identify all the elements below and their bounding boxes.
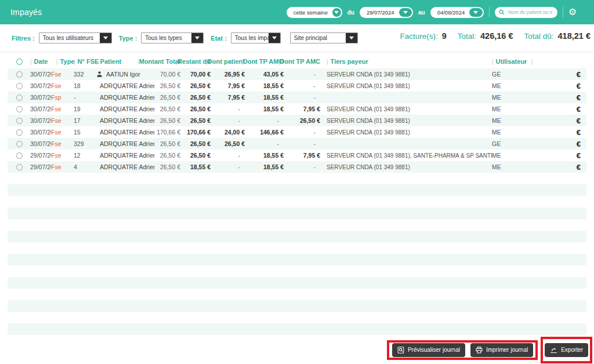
cell-dont-tp-amc: - (284, 140, 320, 147)
row-select-radio[interactable] (16, 164, 23, 170)
header-pipe: | (30, 59, 32, 65)
select-all-radio[interactable] (16, 59, 23, 65)
fse-number: 19 (74, 105, 81, 112)
fse-number: 15 (74, 129, 81, 136)
euro-action-icon[interactable]: € (577, 82, 586, 90)
search-input[interactable] (507, 9, 553, 16)
type-filter-value: Tous les types (142, 35, 195, 41)
euro-action-icon[interactable]: € (577, 105, 586, 114)
amount-value: 170,66 € (187, 129, 211, 136)
table-row[interactable]: 30/07/2024Fse332AATIUN Igor70,00 €70,00 … (8, 68, 586, 80)
patient-name: ADRQUATRE Adrien (100, 129, 154, 136)
col-header-tiers-payeur[interactable]: |Tiers payeur (320, 58, 492, 65)
invoice-type: Fse (51, 105, 61, 112)
factures-count: 9 (442, 31, 447, 41)
table-row[interactable]: 30/07/2024Fsp-ADRQUATRE Adrien26,50 €26,… (8, 92, 586, 103)
date-to-select[interactable]: 04/08/2024 (430, 7, 484, 18)
invoice-type: Fsp (51, 94, 61, 101)
row-select-radio[interactable] (16, 129, 23, 136)
users-filter-select[interactable]: Tous les utilisateurs (39, 32, 112, 43)
table-row[interactable]: 29/07/2024Fse4ADRQUATRE Adrien26,50 €18,… (8, 161, 586, 173)
site-filter-select[interactable]: Site principal (290, 32, 358, 43)
euro-action-icon[interactable]: € (577, 117, 586, 125)
euro-action-icon[interactable]: € (577, 70, 586, 79)
euro-action-icon[interactable]: € (577, 151, 586, 160)
date-from-select[interactable]: 29/07/2024 (360, 7, 413, 18)
col-header-date[interactable]: |Date (28, 58, 51, 65)
cell-utilisateur: ME (492, 117, 539, 124)
empty-table-row (8, 289, 586, 300)
cell-date: 29/07/2024 (28, 163, 51, 170)
cell-utilisateur: ME (492, 105, 539, 112)
table-row[interactable]: 30/07/2024Fse17ADRQUATRE Adrien26,50 €26… (8, 115, 586, 126)
empty-value: - (277, 140, 284, 147)
euro-action-icon[interactable]: € (577, 128, 586, 137)
invoice-type: Fse (51, 129, 61, 136)
table-row[interactable]: 30/07/2024Fse18ADRQUATRE Adrien26,50 €26… (8, 80, 586, 92)
col-header-dont-patient[interactable]: |Dont patient (211, 58, 245, 65)
cell-montant-total: 26,50 € (154, 117, 180, 124)
empty-value: - (314, 140, 321, 147)
cell-type: Fse (51, 71, 71, 78)
cell-actions: € (539, 70, 586, 79)
header-pipe: | (531, 59, 533, 65)
chevron-down-icon[interactable] (469, 8, 482, 17)
row-select-cell (8, 152, 28, 159)
cell-date: 30/07/2024 (28, 94, 51, 101)
row-select-radio[interactable] (16, 118, 23, 124)
chevron-down-icon[interactable] (100, 33, 111, 43)
col-header-label: Utilisateur (496, 58, 527, 65)
cell-patient: ADRQUATRE Adrien (94, 105, 154, 112)
col-header-fse[interactable]: |N° FSE (71, 58, 94, 65)
col-header-dont-tp-amc[interactable]: |Dont TP AMC (284, 58, 320, 65)
table-row[interactable]: 30/07/2024Fse329ADRQUATRE Adrien26,50 €2… (8, 138, 586, 150)
table-row[interactable]: 29/07/2024Fse12ADRQUATRE Adrien26,50 €26… (8, 150, 586, 161)
euro-action-icon[interactable]: € (577, 93, 586, 102)
etat-filter-select[interactable]: Tous les impayés (231, 32, 281, 43)
row-select-cell (8, 118, 28, 124)
empty-table-row (8, 312, 586, 323)
chevron-down-icon[interactable] (269, 33, 280, 43)
col-header-utilisateur[interactable]: |Utilisateur| (492, 58, 539, 65)
table-row[interactable]: 30/07/2024Fse15ADRQUATRE Adrien170,66 €1… (8, 126, 586, 138)
row-select-radio[interactable] (16, 83, 23, 89)
chevron-down-icon[interactable] (332, 8, 341, 17)
col-header-type[interactable]: |Type (51, 58, 71, 65)
cell-patient: ADRQUATRE Adrien (94, 82, 154, 89)
invoice-type: Fse (51, 140, 61, 147)
amount-value: 7,95 € (228, 82, 245, 89)
row-select-radio[interactable] (16, 106, 23, 112)
cell-date: 30/07/2024 (28, 71, 51, 78)
print-journal-button[interactable]: Imprimer journal (470, 343, 533, 357)
preview-journal-button[interactable]: Prévisualiser journal (392, 343, 465, 357)
euro-action-icon[interactable]: € (577, 140, 586, 148)
row-select-cell (8, 71, 28, 78)
invoice-type: Fse (51, 71, 61, 78)
export-button[interactable]: Exporter (545, 343, 588, 357)
table-row[interactable]: 30/07/2024Fse19ADRQUATRE Adrien26,50 €26… (8, 103, 586, 115)
table-body: 30/07/2024Fse332AATIUN Igor70,00 €70,00 … (8, 68, 586, 335)
search-box[interactable] (495, 7, 557, 18)
euro-action-icon[interactable]: € (577, 163, 586, 172)
row-select-radio[interactable] (16, 94, 23, 101)
chevron-down-icon[interactable] (346, 33, 357, 43)
gear-icon[interactable]: ⚙ (568, 8, 577, 17)
cell-actions: € (539, 105, 586, 114)
chevron-down-icon[interactable] (399, 8, 412, 17)
type-filter-select[interactable]: Tous les types (141, 32, 204, 43)
total-label: Total: (458, 32, 476, 41)
row-select-radio[interactable] (16, 71, 23, 78)
export-icon (550, 347, 557, 354)
fse-number: 332 (74, 71, 84, 78)
row-select-cell (8, 164, 28, 170)
row-select-radio[interactable] (16, 152, 23, 159)
empty-table-row (8, 277, 586, 289)
cell-dont-patient: - (211, 117, 245, 124)
users-filter-value: Tous les utilisateurs (39, 35, 107, 41)
cell-fse: 4 (71, 163, 94, 170)
row-select-radio[interactable] (16, 141, 23, 147)
period-select[interactable]: cette semaine (287, 7, 342, 18)
totals-summary: Facture(s): 9 Total: 426,16 € Total dû: … (400, 24, 591, 48)
chevron-down-icon[interactable] (191, 33, 203, 43)
amount-value: 24,00 € (224, 129, 245, 136)
